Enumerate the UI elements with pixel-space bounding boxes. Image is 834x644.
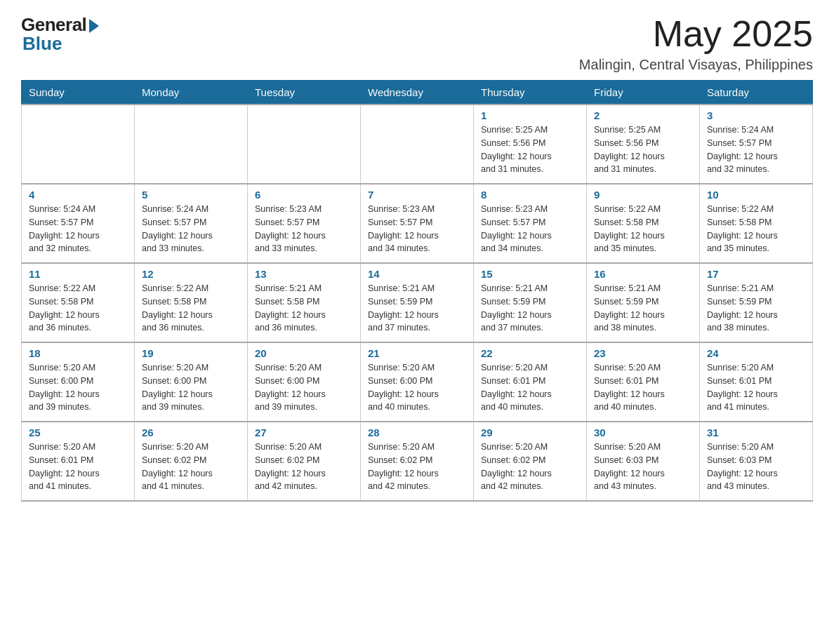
- day-number: 3: [707, 109, 805, 121]
- day-info: Sunrise: 5:21 AMSunset: 5:59 PMDaylight:…: [707, 282, 805, 335]
- calendar-weekday-header: Tuesday: [248, 81, 361, 105]
- calendar-table: SundayMondayTuesdayWednesdayThursdayFrid…: [21, 80, 813, 502]
- day-number: 1: [481, 109, 579, 121]
- day-number: 25: [29, 427, 127, 438]
- day-info: Sunrise: 5:20 AMSunset: 6:01 PMDaylight:…: [594, 361, 692, 414]
- calendar-day-cell: [248, 105, 361, 184]
- day-info: Sunrise: 5:20 AMSunset: 6:02 PMDaylight:…: [481, 441, 579, 493]
- day-info: Sunrise: 5:21 AMSunset: 5:59 PMDaylight:…: [368, 282, 466, 335]
- calendar-day-cell: 14Sunrise: 5:21 AMSunset: 5:59 PMDayligh…: [361, 263, 474, 342]
- calendar-day-cell: 31Sunrise: 5:20 AMSunset: 6:03 PMDayligh…: [700, 422, 813, 501]
- calendar-day-cell: 16Sunrise: 5:21 AMSunset: 5:59 PMDayligh…: [587, 263, 700, 342]
- day-number: 28: [368, 427, 466, 438]
- calendar-day-cell: 12Sunrise: 5:22 AMSunset: 5:58 PMDayligh…: [135, 263, 248, 342]
- calendar-day-cell: 6Sunrise: 5:23 AMSunset: 5:57 PMDaylight…: [248, 184, 361, 263]
- day-number: 6: [255, 189, 353, 201]
- day-number: 18: [29, 347, 127, 359]
- calendar-day-cell: 22Sunrise: 5:20 AMSunset: 6:01 PMDayligh…: [474, 342, 587, 422]
- day-number: 16: [594, 268, 692, 280]
- calendar-day-cell: [135, 105, 248, 184]
- calendar-day-cell: 2Sunrise: 5:25 AMSunset: 5:56 PMDaylight…: [587, 105, 700, 184]
- day-number: 12: [142, 268, 240, 280]
- day-info: Sunrise: 5:20 AMSunset: 6:03 PMDaylight:…: [707, 441, 805, 493]
- day-info: Sunrise: 5:20 AMSunset: 6:00 PMDaylight:…: [368, 361, 466, 414]
- day-number: 20: [255, 347, 353, 359]
- day-info: Sunrise: 5:24 AMSunset: 5:57 PMDaylight:…: [707, 123, 805, 176]
- day-number: 27: [255, 427, 353, 438]
- day-info: Sunrise: 5:20 AMSunset: 6:01 PMDaylight:…: [707, 361, 805, 414]
- day-info: Sunrise: 5:20 AMSunset: 6:00 PMDaylight:…: [142, 361, 240, 414]
- calendar-weekday-header: Wednesday: [361, 81, 474, 105]
- calendar-day-cell: 29Sunrise: 5:20 AMSunset: 6:02 PMDayligh…: [474, 422, 587, 501]
- page-header: General Blue May 2025 Malingin, Central …: [21, 14, 813, 73]
- day-info: Sunrise: 5:23 AMSunset: 5:57 PMDaylight:…: [368, 203, 466, 255]
- day-info: Sunrise: 5:24 AMSunset: 5:57 PMDaylight:…: [29, 203, 127, 255]
- day-number: 7: [368, 189, 466, 201]
- day-number: 10: [707, 189, 805, 201]
- day-number: 19: [142, 347, 240, 359]
- day-number: 22: [481, 347, 579, 359]
- calendar-day-cell: 23Sunrise: 5:20 AMSunset: 6:01 PMDayligh…: [587, 342, 700, 422]
- calendar-day-cell: 28Sunrise: 5:20 AMSunset: 6:02 PMDayligh…: [361, 422, 474, 501]
- day-info: Sunrise: 5:25 AMSunset: 5:56 PMDaylight:…: [481, 123, 579, 176]
- day-info: Sunrise: 5:20 AMSunset: 6:02 PMDaylight:…: [255, 441, 353, 493]
- month-title: May 2025: [579, 14, 813, 54]
- calendar-weekday-header: Sunday: [22, 81, 135, 105]
- logo-arrow-icon: [89, 19, 99, 33]
- day-info: Sunrise: 5:23 AMSunset: 5:57 PMDaylight:…: [481, 203, 579, 255]
- location-title: Malingin, Central Visayas, Philippines: [579, 57, 813, 73]
- day-number: 31: [707, 427, 805, 438]
- day-info: Sunrise: 5:20 AMSunset: 6:01 PMDaylight:…: [29, 441, 127, 493]
- calendar-header-row: SundayMondayTuesdayWednesdayThursdayFrid…: [22, 81, 813, 105]
- title-section: May 2025 Malingin, Central Visayas, Phil…: [579, 14, 813, 73]
- calendar-day-cell: [22, 105, 135, 184]
- calendar-day-cell: 19Sunrise: 5:20 AMSunset: 6:00 PMDayligh…: [135, 342, 248, 422]
- calendar-day-cell: 13Sunrise: 5:21 AMSunset: 5:58 PMDayligh…: [248, 263, 361, 342]
- calendar-day-cell: 15Sunrise: 5:21 AMSunset: 5:59 PMDayligh…: [474, 263, 587, 342]
- day-info: Sunrise: 5:20 AMSunset: 6:02 PMDaylight:…: [142, 441, 240, 493]
- day-number: 21: [368, 347, 466, 359]
- calendar-day-cell: 24Sunrise: 5:20 AMSunset: 6:01 PMDayligh…: [700, 342, 813, 422]
- calendar-day-cell: 27Sunrise: 5:20 AMSunset: 6:02 PMDayligh…: [248, 422, 361, 501]
- calendar-day-cell: 25Sunrise: 5:20 AMSunset: 6:01 PMDayligh…: [22, 422, 135, 501]
- calendar-day-cell: 17Sunrise: 5:21 AMSunset: 5:59 PMDayligh…: [700, 263, 813, 342]
- day-info: Sunrise: 5:22 AMSunset: 5:58 PMDaylight:…: [707, 203, 805, 255]
- day-number: 24: [707, 347, 805, 359]
- calendar-day-cell: 3Sunrise: 5:24 AMSunset: 5:57 PMDaylight…: [700, 105, 813, 184]
- calendar-day-cell: 4Sunrise: 5:24 AMSunset: 5:57 PMDaylight…: [22, 184, 135, 263]
- day-info: Sunrise: 5:20 AMSunset: 6:00 PMDaylight:…: [255, 361, 353, 414]
- calendar-week-row: 1Sunrise: 5:25 AMSunset: 5:56 PMDaylight…: [22, 105, 813, 184]
- day-number: 5: [142, 189, 240, 201]
- calendar-week-row: 25Sunrise: 5:20 AMSunset: 6:01 PMDayligh…: [22, 422, 813, 501]
- calendar-day-cell: 5Sunrise: 5:24 AMSunset: 5:57 PMDaylight…: [135, 184, 248, 263]
- day-number: 4: [29, 189, 127, 201]
- day-info: Sunrise: 5:20 AMSunset: 6:03 PMDaylight:…: [594, 441, 692, 493]
- day-number: 13: [255, 268, 353, 280]
- calendar-weekday-header: Monday: [135, 81, 248, 105]
- calendar-day-cell: 18Sunrise: 5:20 AMSunset: 6:00 PMDayligh…: [22, 342, 135, 422]
- day-number: 11: [29, 268, 127, 280]
- day-info: Sunrise: 5:22 AMSunset: 5:58 PMDaylight:…: [142, 282, 240, 335]
- calendar-weekday-header: Friday: [587, 81, 700, 105]
- calendar-week-row: 11Sunrise: 5:22 AMSunset: 5:58 PMDayligh…: [22, 263, 813, 342]
- calendar-day-cell: 30Sunrise: 5:20 AMSunset: 6:03 PMDayligh…: [587, 422, 700, 501]
- calendar-day-cell: 20Sunrise: 5:20 AMSunset: 6:00 PMDayligh…: [248, 342, 361, 422]
- day-number: 29: [481, 427, 579, 438]
- calendar-day-cell: 8Sunrise: 5:23 AMSunset: 5:57 PMDaylight…: [474, 184, 587, 263]
- calendar-week-row: 4Sunrise: 5:24 AMSunset: 5:57 PMDaylight…: [22, 184, 813, 263]
- day-info: Sunrise: 5:23 AMSunset: 5:57 PMDaylight:…: [255, 203, 353, 255]
- day-number: 14: [368, 268, 466, 280]
- day-info: Sunrise: 5:20 AMSunset: 6:01 PMDaylight:…: [481, 361, 579, 414]
- day-number: 2: [594, 109, 692, 121]
- day-number: 8: [481, 189, 579, 201]
- calendar-day-cell: 7Sunrise: 5:23 AMSunset: 5:57 PMDaylight…: [361, 184, 474, 263]
- calendar-day-cell: 10Sunrise: 5:22 AMSunset: 5:58 PMDayligh…: [700, 184, 813, 263]
- day-number: 15: [481, 268, 579, 280]
- day-info: Sunrise: 5:21 AMSunset: 5:58 PMDaylight:…: [255, 282, 353, 335]
- day-info: Sunrise: 5:20 AMSunset: 6:00 PMDaylight:…: [29, 361, 127, 414]
- day-number: 23: [594, 347, 692, 359]
- calendar-day-cell: [361, 105, 474, 184]
- calendar-day-cell: 11Sunrise: 5:22 AMSunset: 5:58 PMDayligh…: [22, 263, 135, 342]
- day-info: Sunrise: 5:24 AMSunset: 5:57 PMDaylight:…: [142, 203, 240, 255]
- day-info: Sunrise: 5:22 AMSunset: 5:58 PMDaylight:…: [29, 282, 127, 335]
